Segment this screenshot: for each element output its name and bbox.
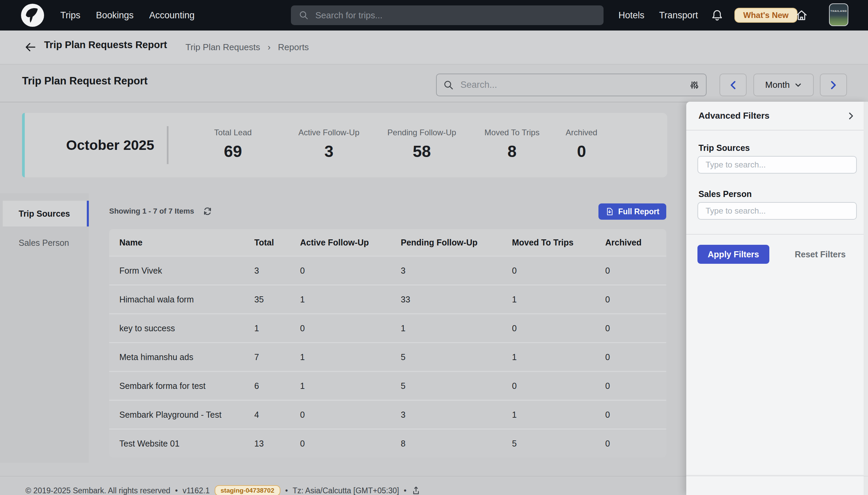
search-icon (443, 80, 454, 90)
reset-filters-button[interactable]: Reset Filters (795, 245, 846, 264)
filter-sliders-icon[interactable] (690, 80, 699, 90)
table-header-row: Name Total Active Follow-Up Pending Foll… (109, 229, 666, 256)
stat-active-follow-up: Active Follow-Up 3 (299, 128, 359, 161)
cell-total: 1 (254, 313, 300, 342)
summary-accent-bar (22, 113, 25, 177)
column-header-pending-follow-up: Pending Follow-Up (401, 229, 512, 256)
column-header-name: Name (109, 229, 254, 256)
table-row: Sembark forma for test 6 1 5 0 0 (109, 371, 666, 400)
nav-item-hotels[interactable]: Hotels (618, 0, 645, 31)
footer-separator: • (285, 486, 288, 495)
chevron-left-icon (729, 80, 737, 90)
table-row: key to success 1 0 1 0 0 (109, 313, 666, 342)
chevron-right-icon (829, 80, 838, 90)
footer-version: v1162.1 (183, 486, 209, 495)
refresh-button[interactable] (202, 206, 212, 216)
previous-period-button[interactable] (719, 73, 747, 96)
column-header-active-follow-up: Active Follow-Up (300, 229, 401, 256)
cell-archived: 0 (605, 285, 666, 313)
table-row: Himachal wala form 35 1 33 1 0 (109, 285, 666, 313)
footer-copyright: © 2019-2025 Sembark. All rights reserved (25, 486, 170, 495)
reset-filters-label: Reset Filters (795, 250, 846, 259)
back-button[interactable] (24, 41, 37, 54)
stat-label: Archived (565, 128, 597, 137)
sembark-logo-icon (21, 4, 44, 27)
footer: © 2019-2025 Sembark. All rights reserved… (25, 485, 421, 495)
period-select[interactable]: Month (753, 73, 814, 96)
advanced-filters-header[interactable]: Advanced Filters (686, 102, 868, 131)
avatar-poster-text: THAILAND (830, 10, 848, 13)
tab-sales-person[interactable]: Sales Person (0, 230, 89, 256)
whats-new-button[interactable]: What's New (734, 8, 798, 23)
period-select-value: Month (765, 80, 790, 90)
cell-moved-to-trips: 5 (512, 429, 605, 457)
cell-name: Sembark forma for test (109, 371, 254, 400)
summary-divider (167, 126, 169, 164)
full-report-button[interactable]: Full Report (598, 203, 666, 220)
drawer-footer-divider (686, 475, 868, 476)
next-period-button[interactable] (820, 73, 847, 96)
cell-active-follow-up: 0 (300, 313, 401, 342)
trip-sources-table: Name Total Active Follow-Up Pending Foll… (109, 229, 666, 457)
nav-item-accounting[interactable]: Accounting (149, 10, 194, 21)
cell-name: Himachal wala form (109, 285, 254, 313)
apply-filters-label: Apply Filters (708, 250, 759, 259)
nav-item-hotels-label: Hotels (618, 10, 645, 21)
breadcrumb-bar: Trip Plan Requests Report Trip Plan Requ… (0, 31, 868, 64)
tab-trip-sources[interactable]: Trip Sources (3, 201, 89, 226)
breadcrumb-link-reports[interactable]: Reports (278, 42, 309, 53)
stat-value: 69 (214, 142, 252, 161)
cell-active-follow-up: 0 (300, 429, 401, 457)
filter-label-sales-person: Sales Person (698, 189, 752, 199)
cell-moved-to-trips: 1 (512, 285, 605, 313)
user-avatar[interactable]: THAILAND (829, 3, 848, 26)
cell-total: 7 (254, 342, 300, 371)
cell-pending-follow-up: 1 (401, 313, 512, 342)
tab-label: Sales Person (19, 238, 69, 248)
drawer-scrollbar-gutter[interactable] (864, 102, 868, 495)
stat-value: 8 (484, 142, 540, 161)
notifications-button[interactable] (711, 9, 724, 22)
stat-label: Pending Follow-Up (388, 128, 456, 137)
sembark-logo[interactable] (21, 4, 44, 27)
trip-search-input[interactable] (314, 10, 595, 21)
footer-divider (0, 476, 868, 476)
whats-new-label: What's New (743, 11, 789, 20)
column-header-moved-to-trips: Moved To Trips (512, 229, 605, 256)
cell-moved-to-trips: 0 (512, 371, 605, 400)
cell-active-follow-up: 0 (300, 400, 401, 429)
cell-total: 35 (254, 285, 300, 313)
staging-badge: staging-04738702 (215, 485, 280, 495)
cell-archived: 0 (605, 256, 666, 285)
nav-menu: Trips Bookings Accounting (61, 0, 194, 31)
monthly-summary-card: October 2025 Total Lead 69 Active Follow… (22, 113, 667, 177)
bell-icon (711, 9, 724, 22)
home-button[interactable] (795, 8, 808, 22)
report-search-box (436, 73, 707, 96)
apply-filters-button[interactable]: Apply Filters (697, 245, 769, 264)
breadcrumb-title: Trip Plan Requests Report (44, 39, 167, 51)
cell-total: 13 (254, 429, 300, 457)
cell-name: Test Website 01 (109, 429, 254, 457)
share-upload-icon[interactable] (411, 486, 421, 495)
footer-separator: • (175, 486, 178, 495)
cell-name: Sembark Playground - Test (109, 400, 254, 429)
search-icon (299, 11, 309, 20)
nav-item-bookings[interactable]: Bookings (96, 10, 134, 21)
cell-moved-to-trips: 1 (512, 342, 605, 371)
cell-active-follow-up: 1 (300, 342, 401, 371)
cell-active-follow-up: 0 (300, 256, 401, 285)
stat-archived: Archived 0 (565, 128, 597, 161)
report-search-input[interactable] (460, 79, 683, 90)
breadcrumb-link-trip-plan-requests[interactable]: Trip Plan Requests (186, 42, 260, 53)
stat-label: Moved To Trips (484, 128, 540, 137)
cell-archived: 0 (605, 429, 666, 457)
filter-sales-person-input[interactable] (697, 202, 857, 220)
arrow-left-icon (24, 41, 37, 54)
nav-item-transport[interactable]: Transport (659, 0, 698, 31)
breadcrumb-separator: › (268, 42, 271, 53)
filter-trip-sources-input[interactable] (697, 156, 857, 174)
cell-pending-follow-up: 33 (401, 285, 512, 313)
cell-moved-to-trips: 0 (512, 256, 605, 285)
nav-item-trips[interactable]: Trips (61, 10, 80, 21)
